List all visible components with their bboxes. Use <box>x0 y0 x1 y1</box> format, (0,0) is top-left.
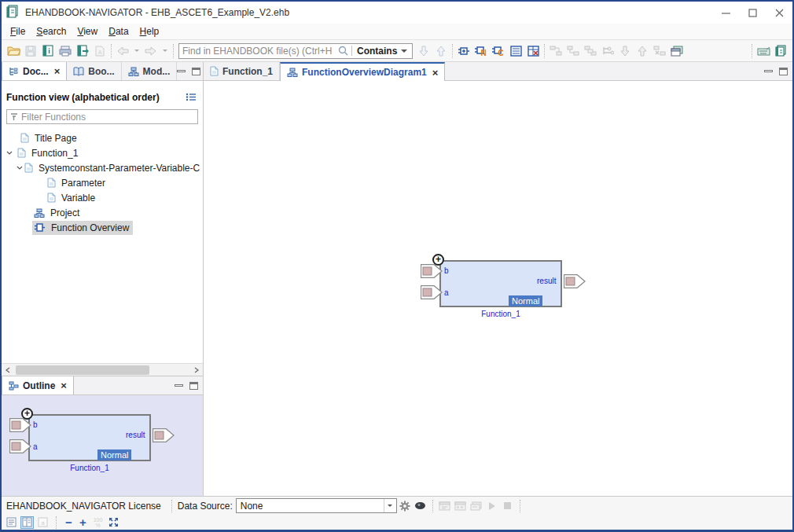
table-remove-icon[interactable] <box>524 42 542 60</box>
tab-models[interactable]: Mod... <box>122 62 178 80</box>
calibration-window-icon[interactable] <box>453 498 469 514</box>
horizontal-scrollbar[interactable] <box>2 363 203 376</box>
start-measurement-icon[interactable] <box>484 498 500 514</box>
stop-measurement-icon[interactable] <box>500 498 516 514</box>
save-icon[interactable] <box>22 42 39 60</box>
function-overview-icon[interactable] <box>455 42 472 60</box>
ehandbook-info-icon[interactable]: i <box>39 42 57 60</box>
list-view-icon[interactable] <box>507 42 524 60</box>
close-icon[interactable]: × <box>61 380 67 391</box>
zoom-reset-button[interactable]: 100% <box>91 516 105 529</box>
menu-data[interactable]: Data <box>103 24 134 39</box>
function-block-diagram[interactable]: + b a result Normal Function_1 <box>421 254 617 318</box>
print-icon[interactable] <box>57 42 74 60</box>
export-book-icon[interactable] <box>74 42 91 60</box>
output-port-result[interactable] <box>153 428 175 442</box>
tab-label: Doc... <box>23 66 49 77</box>
data-source-view-icon[interactable] <box>413 498 428 514</box>
scrollbar-thumb[interactable] <box>16 365 149 375</box>
tree-item-title-page[interactable]: Title Page <box>2 130 203 145</box>
tree-item-parameter[interactable]: Parameter <box>2 175 203 190</box>
zoom-out-button[interactable]: − <box>63 517 75 528</box>
show-connections-icon[interactable] <box>599 42 616 60</box>
scroll-right-icon[interactable] <box>190 365 203 375</box>
collapse-subsystem-icon[interactable] <box>564 42 582 60</box>
minimize-view-icon[interactable] <box>175 384 183 387</box>
maximize-button[interactable] <box>739 2 766 24</box>
menu-file[interactable]: File <box>5 24 31 39</box>
tree-item-function-1[interactable]: Function_1 <box>2 145 203 160</box>
tab-outline[interactable]: Outline × <box>2 376 74 394</box>
tab-bookmarks[interactable]: Boo... <box>67 62 121 80</box>
close-icon[interactable]: × <box>432 67 439 79</box>
tab-function-overview-diagram[interactable]: FunctionOverviewDiagram1 × <box>280 62 445 81</box>
search-icon[interactable] <box>335 46 352 56</box>
text-view-icon[interactable]: a <box>36 516 50 529</box>
zoom-in-button[interactable]: + <box>77 517 89 528</box>
chevron-expanded-icon[interactable] <box>3 151 16 155</box>
go-into-icon[interactable] <box>616 42 634 60</box>
close-icon[interactable]: × <box>54 65 61 77</box>
diagram-canvas[interactable]: + b a result Normal Function_1 <box>204 81 792 496</box>
single-page-view-icon[interactable] <box>5 516 18 529</box>
scroll-left-icon[interactable] <box>2 365 14 375</box>
close-button[interactable] <box>766 2 792 24</box>
experiment-window-icon[interactable] <box>469 498 484 514</box>
tree-item-project[interactable]: Project <box>2 205 203 220</box>
contains-dropdown[interactable]: Contains <box>352 46 412 57</box>
chevron-expanded-icon[interactable] <box>17 166 23 170</box>
tree-item-function-overview[interactable]: Function Overview <box>2 220 203 235</box>
input-port-a[interactable] <box>421 285 443 299</box>
menu-help[interactable]: Help <box>134 24 165 39</box>
remove-hierarchy-icon[interactable] <box>651 42 668 60</box>
maximize-view-icon[interactable] <box>779 68 788 75</box>
keyboard-shortcuts-icon[interactable] <box>755 42 772 60</box>
outline-canvas[interactable]: + b a result Normal Function_1 <box>2 395 203 496</box>
tab-function-1[interactable]: Function_1 <box>204 62 280 80</box>
back-dropdown-icon[interactable] <box>131 42 142 60</box>
search-previous-icon[interactable] <box>432 42 450 60</box>
input-port-b[interactable] <box>421 264 443 278</box>
tab-label: Mod... <box>143 66 171 77</box>
minimize-button[interactable] <box>712 2 739 24</box>
tree-item-systemconstant[interactable]: Systemconstant-Parameter-Variable-C <box>2 160 203 175</box>
ehandbook-logo-icon[interactable] <box>772 42 789 60</box>
pdf-export-icon[interactable]: A <box>91 42 108 60</box>
minimize-view-icon[interactable] <box>177 70 186 72</box>
outline-function-block[interactable]: + b a result Normal Function_1 <box>9 408 203 472</box>
measure-window-icon[interactable] <box>437 498 453 514</box>
back-icon[interactable] <box>114 42 131 60</box>
data-source-settings-icon[interactable] <box>397 498 413 514</box>
toolbar-separator <box>452 44 453 58</box>
expand-block-icon[interactable]: + <box>432 254 444 266</box>
expand-subsystem-icon[interactable] <box>547 42 564 60</box>
navigate-function-n-icon[interactable]: N <box>472 42 490 60</box>
view-menu-icon[interactable] <box>186 90 197 105</box>
maximize-view-icon[interactable] <box>189 382 198 390</box>
split-view-icon[interactable] <box>20 516 34 529</box>
menu-view[interactable]: View <box>72 24 103 39</box>
filter-functions-input[interactable] <box>21 112 194 123</box>
expand-all-subsystems-icon[interactable] <box>582 42 599 60</box>
go-up-icon[interactable] <box>634 42 651 60</box>
expand-block-icon[interactable]: + <box>21 408 33 420</box>
window-title: EHANDBOOK-NAVIGATOR - EHB_ASCET6_Example… <box>25 7 712 18</box>
tree-item-variable[interactable]: Variable <box>2 190 203 205</box>
open-file-icon[interactable] <box>5 42 22 60</box>
tab-document-structure[interactable]: Doc... × <box>2 62 67 80</box>
forward-icon[interactable] <box>142 42 160 60</box>
input-label-a: a <box>444 288 449 297</box>
menu-search[interactable]: Search <box>31 24 72 39</box>
output-port-result[interactable] <box>564 274 586 288</box>
input-port-a[interactable] <box>9 439 31 453</box>
find-input[interactable] <box>179 46 335 57</box>
forward-dropdown-icon[interactable] <box>160 42 171 60</box>
minimize-view-icon[interactable] <box>764 70 773 72</box>
data-source-select[interactable]: None <box>236 498 397 513</box>
search-next-icon[interactable] <box>415 42 432 60</box>
duplicate-view-icon[interactable] <box>668 42 686 60</box>
navigate-function-c-icon[interactable]: C <box>490 42 507 60</box>
maximize-view-icon[interactable] <box>192 68 200 75</box>
fit-to-screen-button[interactable] <box>107 516 120 529</box>
input-port-b[interactable] <box>9 418 31 432</box>
